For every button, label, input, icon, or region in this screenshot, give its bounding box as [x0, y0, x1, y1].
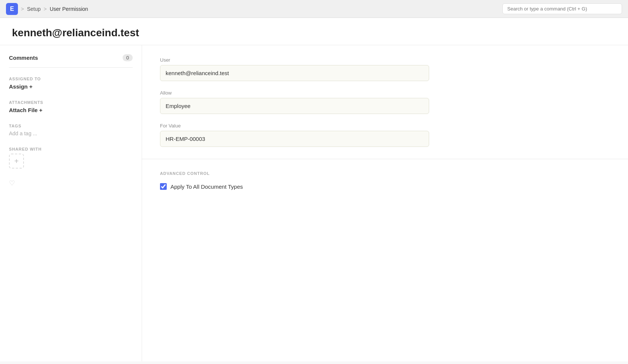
breadcrumb-setup[interactable]: Setup — [27, 6, 41, 12]
form-area: User Allow For Value ADVANCED CONTROL Ap… — [142, 45, 628, 361]
comments-row: Comments 0 — [9, 54, 133, 68]
user-field-group: User — [160, 57, 610, 81]
like-button[interactable]: ♡ — [9, 179, 133, 187]
main-layout: Comments 0 ASSIGNED TO Assign + ATTACHME… — [0, 45, 628, 361]
breadcrumb-sep-1: > — [21, 6, 24, 12]
attach-file-button[interactable]: Attach File + — [9, 107, 133, 113]
for-value-input[interactable] — [160, 131, 429, 147]
app-logo[interactable]: E — [6, 3, 18, 15]
user-input[interactable] — [160, 65, 429, 81]
apply-all-doc-types-label[interactable]: Apply To All Document Types — [170, 183, 243, 190]
comments-badge[interactable]: 0 — [123, 54, 133, 61]
page-title: kenneth@relianceind.test — [12, 27, 616, 39]
sidebar: Comments 0 ASSIGNED TO Assign + ATTACHME… — [0, 45, 142, 361]
apply-all-doc-types-checkbox[interactable] — [160, 183, 167, 190]
allow-field-group: Allow — [160, 90, 610, 114]
user-label: User — [160, 57, 610, 63]
top-navigation: E > Setup > User Permission — [0, 0, 628, 18]
shared-with-section: SHARED WITH + — [9, 147, 133, 169]
advanced-control-label: ADVANCED CONTROL — [160, 171, 610, 176]
assigned-to-section: ASSIGNED TO Assign + — [9, 77, 133, 90]
page-header: kenneth@relianceind.test — [0, 18, 628, 45]
shared-add-button[interactable]: + — [9, 154, 24, 169]
breadcrumb-sep-2: > — [44, 6, 47, 12]
assign-button[interactable]: Assign + — [9, 83, 133, 90]
attachments-label: ATTACHMENTS — [9, 100, 133, 105]
allow-input[interactable] — [160, 98, 429, 114]
tags-label: TAGS — [9, 124, 133, 128]
for-value-field-group: For Value — [160, 123, 610, 147]
shared-with-label: SHARED WITH — [9, 147, 133, 151]
apply-all-doc-types-row: Apply To All Document Types — [160, 183, 610, 190]
tags-section: TAGS Add a tag ... — [9, 124, 133, 136]
main-form-section: User Allow For Value — [142, 45, 628, 159]
allow-label: Allow — [160, 90, 610, 96]
search-input[interactable] — [502, 3, 622, 14]
add-tag-input[interactable]: Add a tag ... — [9, 130, 133, 136]
breadcrumb-user-permission[interactable]: User Permission — [50, 6, 88, 12]
comments-label: Comments — [9, 55, 38, 61]
assigned-to-label: ASSIGNED TO — [9, 77, 133, 81]
for-value-label: For Value — [160, 123, 610, 129]
attachments-section: ATTACHMENTS Attach File + — [9, 100, 133, 113]
advanced-control-section: ADVANCED CONTROL Apply To All Document T… — [142, 159, 628, 202]
